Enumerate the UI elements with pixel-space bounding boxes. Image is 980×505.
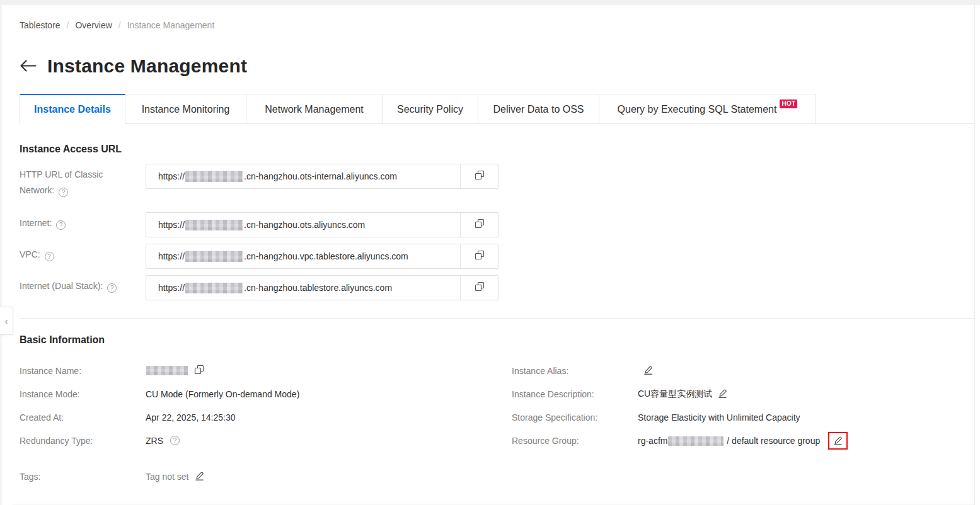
copy-icon bbox=[475, 170, 485, 183]
tab-label: Instance Details bbox=[34, 104, 111, 115]
value-tags: Tag not set bbox=[146, 470, 512, 482]
copy-button[interactable] bbox=[194, 365, 204, 377]
edit-tags-button[interactable] bbox=[195, 470, 204, 482]
url-row-vpc: VPC: ? https://.cn-hangzhou.vpc.tablesto… bbox=[20, 244, 499, 269]
section-title-access-url: Instance Access URL bbox=[20, 144, 499, 155]
label-storage-specification: Storage Specification: bbox=[512, 412, 638, 423]
breadcrumb-overview[interactable]: Overview bbox=[75, 20, 112, 30]
label-created-at: Created At: bbox=[20, 412, 146, 423]
panel-collapse-handle[interactable]: ‹ bbox=[0, 307, 13, 335]
field-label-text: Internet (Dual Stack): bbox=[20, 281, 103, 291]
question-mark-circle-icon[interactable]: ? bbox=[107, 283, 117, 293]
tab-bar: Instance Details Instance Monitoring Net… bbox=[20, 94, 974, 124]
tab-instance-monitoring[interactable]: Instance Monitoring bbox=[125, 94, 246, 124]
page-left-edge bbox=[0, 5, 2, 505]
question-mark-circle-icon[interactable]: ? bbox=[45, 252, 54, 261]
tags-text: Tag not set bbox=[146, 472, 189, 482]
field-label-text: Internet: bbox=[20, 218, 52, 228]
breadcrumb-instance-management: Instance Management bbox=[127, 20, 215, 30]
edit-pencil-icon bbox=[718, 388, 727, 400]
copy-button[interactable] bbox=[460, 164, 498, 188]
resource-group-suffix: / default resource group bbox=[724, 436, 820, 446]
edit-description-button[interactable] bbox=[718, 388, 727, 400]
copy-button[interactable] bbox=[460, 276, 498, 300]
tab-query-by-sql[interactable]: Query by Executing SQL Statement HOT bbox=[599, 94, 816, 124]
label-instance-alias: Instance Alias: bbox=[512, 366, 638, 376]
tab-security-policy[interactable]: Security Policy bbox=[383, 94, 478, 124]
edit-resource-group-button[interactable] bbox=[833, 435, 843, 447]
edit-pencil-icon bbox=[833, 435, 843, 447]
copy-button[interactable] bbox=[460, 213, 498, 237]
label-instance-name: Instance Name: bbox=[20, 366, 146, 376]
breadcrumb-tablestore[interactable]: Tablestore bbox=[20, 20, 61, 30]
copy-icon bbox=[475, 250, 485, 263]
question-mark-circle-icon[interactable]: ? bbox=[56, 220, 66, 230]
section-divider bbox=[20, 318, 974, 319]
edit-pencil-icon bbox=[643, 365, 653, 377]
url-value: https://.cn-hangzhou.ots-internal.aliyun… bbox=[146, 164, 460, 188]
created-at-text: Apr 22, 2025, 14:25:30 bbox=[146, 412, 235, 423]
url-field-internet: https://.cn-hangzhou.ots.aliyuncs.com bbox=[146, 212, 499, 237]
breadcrumb-separator: / bbox=[118, 20, 121, 30]
url-field-vpc: https://.cn-hangzhou.vpc.tablestore.aliy… bbox=[146, 244, 499, 269]
page-header: Instance Management bbox=[20, 55, 247, 77]
value-resource-group: rg-acfm / default resource group bbox=[638, 432, 974, 450]
url-value: https://.cn-hangzhou.tablestore.aliyuncs… bbox=[146, 276, 460, 300]
question-mark-circle-icon[interactable]: ? bbox=[59, 188, 68, 197]
question-mark-circle-icon[interactable]: ? bbox=[170, 436, 180, 445]
edit-alias-button[interactable] bbox=[643, 365, 653, 377]
arrow-left-icon bbox=[20, 59, 37, 75]
value-redundancy-type: ZRS ? bbox=[146, 436, 512, 446]
instance-mode-text: CU Mode (Formerly On-demand Mode) bbox=[146, 389, 299, 399]
tab-network-management[interactable]: Network Management bbox=[246, 94, 383, 124]
field-label: Internet: ? bbox=[20, 212, 146, 237]
redundancy-type-text: ZRS bbox=[146, 436, 163, 446]
tab-deliver-data-to-oss[interactable]: Deliver Data to OSS bbox=[478, 94, 599, 124]
info-row-4: Redundancy Type: ZRS ? Resource Group: r… bbox=[20, 429, 974, 452]
value-created-at: Apr 22, 2025, 14:25:30 bbox=[146, 412, 512, 423]
instance-management-page: Tablestore / Overview / Instance Managem… bbox=[0, 0, 980, 505]
page-bottom-divider bbox=[13, 504, 974, 504]
tab-instance-details[interactable]: Instance Details bbox=[20, 94, 125, 124]
label-tags: Tags: bbox=[20, 472, 146, 482]
field-label: HTTP URL of Classic Network: ? bbox=[20, 164, 146, 198]
url-suffix: .cn-hangzhou.ots-internal.aliyuncs.com bbox=[244, 171, 397, 181]
hot-badge: HOT bbox=[780, 99, 797, 108]
copy-button[interactable] bbox=[460, 244, 498, 268]
tab-label: Network Management bbox=[265, 104, 364, 115]
page-title: Instance Management bbox=[47, 55, 247, 77]
info-row-2: Instance Mode: CU Mode (Formerly On-dema… bbox=[20, 382, 974, 406]
redacted-instance-name bbox=[185, 171, 243, 182]
url-prefix: https:// bbox=[158, 283, 185, 293]
tab-label: Instance Monitoring bbox=[142, 104, 230, 115]
tab-label: Deliver Data to OSS bbox=[493, 104, 584, 115]
redacted-instance-name bbox=[185, 251, 243, 262]
copy-icon bbox=[475, 218, 485, 231]
storage-specification-text: Storage Elasticity with Unlimited Capaci… bbox=[638, 412, 800, 423]
url-prefix: https:// bbox=[158, 220, 185, 230]
url-row-classic-network: HTTP URL of Classic Network: ? https://.… bbox=[20, 164, 499, 198]
value-storage-specification: Storage Elasticity with Unlimited Capaci… bbox=[638, 412, 974, 423]
value-instance-alias bbox=[638, 365, 974, 377]
url-value: https://.cn-hangzhou.ots.aliyuncs.com bbox=[146, 213, 460, 237]
instance-access-url-section: Instance Access URL HTTP URL of Classic … bbox=[20, 144, 499, 300]
tab-label: Query by Executing SQL Statement bbox=[618, 104, 777, 115]
url-suffix: .cn-hangzhou.tablestore.aliyuncs.com bbox=[244, 283, 392, 293]
field-label: VPC: ? bbox=[20, 244, 146, 269]
back-button[interactable] bbox=[20, 57, 37, 75]
tab-label: Security Policy bbox=[397, 104, 463, 115]
redacted-instance-name bbox=[146, 366, 188, 375]
basic-information-section: Basic Information Instance Name: Instanc… bbox=[20, 334, 974, 488]
info-row-3: Created At: Apr 22, 2025, 14:25:30 Stora… bbox=[20, 406, 974, 429]
label-instance-mode: Instance Mode: bbox=[20, 389, 146, 399]
redacted-instance-name bbox=[185, 283, 243, 293]
url-prefix: https:// bbox=[158, 171, 185, 181]
url-value: https://.cn-hangzhou.vpc.tablestore.aliy… bbox=[146, 244, 460, 268]
label-instance-description: Instance Description: bbox=[512, 389, 638, 399]
url-row-dual-stack: Internet (Dual Stack): ? https://.cn-han… bbox=[20, 275, 499, 300]
resource-group-prefix: rg-acfm bbox=[638, 436, 667, 446]
label-resource-group: Resource Group: bbox=[512, 436, 638, 446]
section-title-basic-info: Basic Information bbox=[20, 334, 974, 346]
url-field-classic: https://.cn-hangzhou.ots-internal.aliyun… bbox=[146, 164, 499, 189]
field-label: Internet (Dual Stack): ? bbox=[20, 275, 146, 300]
